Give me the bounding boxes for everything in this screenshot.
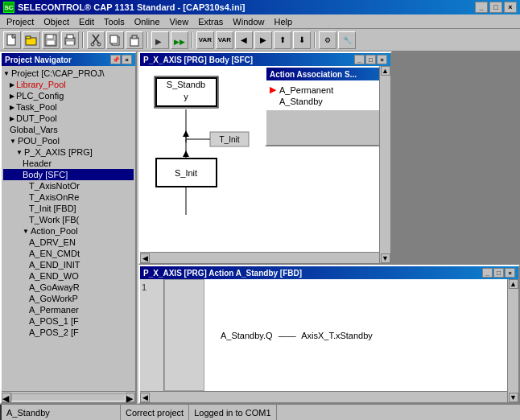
toolbar-run[interactable]: ▶▶ [171,31,188,49]
fbd-window: P_X_AXIS [PRG] Action A_Standby [FBD] _ … [138,265,520,404]
close-button[interactable]: × [504,2,517,13]
tree-a-drv-en[interactable]: A_DRV_EN [3,237,134,248]
tree-p-x-axis[interactable]: ▼ P_X_AXIS [PRG] [3,146,134,158]
fbd-scroll-down[interactable]: ▼ [509,393,518,402]
tree-dut-pool[interactable]: ▶ DUT_Pool [3,113,134,124]
project-navigator: Project Navigator 📌 × ▼ Project [C:\CAP_… [0,51,137,404]
tree-item-label: Body [SFC] [23,170,68,179]
tree-t-axis-on[interactable]: T_AxisOnRe [3,191,134,203]
toolbar-extra-1[interactable]: ⚙ [319,31,336,49]
tree-t-axis-not[interactable]: T_AxisNotOr [3,180,134,191]
sfc-h-scrollbar[interactable]: ◀ ▶ [140,252,390,263]
toolbar-btn-vars[interactable]: VAR [196,31,214,49]
tree-a-permanent[interactable]: A_Permaner [3,304,134,315]
tree-item-label: Global_Vars [10,125,58,134]
tree-a-gowork[interactable]: A_GoWorkP [3,293,134,304]
tree-library-pool[interactable]: ▶ Library_Pool [3,79,134,90]
tree-a-pos-1[interactable]: A_POS_1 [F [3,315,134,327]
tree-plc-config[interactable]: ▶ PLC_Config [3,90,134,101]
fbd-scroll-up[interactable]: ▲ [509,279,518,289]
scroll-right-btn[interactable]: ▶ [126,393,135,402]
tree-header[interactable]: Header [3,158,134,169]
menu-edit[interactable]: Edit [74,15,99,28]
sfc-maximize[interactable]: □ [365,55,376,64]
menu-window[interactable]: Window [228,15,269,28]
tree-global-vars[interactable]: Global_Vars [3,124,134,135]
menu-online[interactable]: Online [130,15,165,28]
fbd-h-scrollbar[interactable]: ◀ ▶ [140,391,518,402]
tree-project[interactable]: ▼ Project [C:\CAP_PROJ\ [3,68,134,79]
toolbar-extra-2[interactable]: 🔧 [338,31,356,49]
toolbar-print[interactable] [61,31,79,49]
tree-pou-pool[interactable]: ▼ POU_Pool [3,135,134,146]
nav-close-button[interactable]: × [122,55,132,64]
toolbar-paste[interactable] [126,31,143,49]
sfc-scroll-down[interactable]: ▼ [381,253,390,263]
fbd-close[interactable]: × [505,268,515,278]
toolbar-nav-prev[interactable]: ◀ [235,31,253,49]
toolbar-new[interactable] [3,31,21,49]
fbd-scroll-left[interactable]: ◀ [140,393,150,402]
tree-item-label: A_Permaner [29,305,79,315]
sfc-scroll-up[interactable]: ▲ [381,66,390,76]
expand-arrow: ▼ [16,149,23,156]
maximize-button[interactable]: □ [489,2,502,13]
action-title-bar: Action Association S... _ □ × [266,68,390,80]
sfc-controls: _ □ × [354,55,387,64]
tree-content[interactable]: ▼ Project [C:\CAP_PROJ\ ▶ Library_Pool ▶… [2,66,135,391]
tree-item-label: DUT_Pool [16,113,57,123]
nav-pin-button[interactable]: 📌 [110,55,121,64]
tree-a-end-wo[interactable]: A_END_WO [3,270,134,282]
tree-t-init[interactable]: T_Init [FBD] [3,203,134,214]
fbd-title-bar: P_X_AXIS [PRG] Action A_Standby [FBD] _ … [140,266,518,279]
tree-a-goaway[interactable]: A_GoAwayR [3,282,134,293]
sfc-minimize[interactable]: _ [354,55,365,64]
nav-h-scrollbar[interactable]: ◀ ▶ [2,391,135,402]
minimize-button[interactable]: _ [475,2,488,13]
sfc-v-scrollbar[interactable]: ▲ ▼ [379,66,390,263]
tree-t-work[interactable]: T_Work [FB( [3,214,134,225]
menu-view[interactable]: View [165,15,194,28]
fbd-canvas[interactable]: 1 A_Standby.Q —— AxisX_T.xStandby [140,279,518,391]
menu-project[interactable]: Project [2,15,39,28]
toolbar-open[interactable] [23,31,40,49]
step-s-init-label: S_Init [175,168,197,178]
menu-help[interactable]: Help [269,15,297,28]
tree-item-label: Action_Pool [31,226,78,236]
toolbar-btn-varo[interactable]: VAR [216,31,233,49]
scroll-track[interactable] [11,393,126,401]
toolbar-copy[interactable] [106,31,124,49]
sfc-close[interactable]: × [377,55,387,64]
menu-bar: Project Object Edit Tools Online View Ex… [0,14,520,29]
toolbar-nav-next[interactable]: ▶ [254,31,272,49]
tree-body-sfc[interactable]: Body [SFC] [3,169,134,180]
toolbar-up[interactable]: ⬆ [274,31,291,49]
toolbar-compile[interactable]: ▶ [151,31,169,49]
right-area: P_X_AXIS [PRG] Body [SFC] _ □ × S_Standb… [138,51,520,404]
tree-item-label: A_END_WO [29,271,79,281]
fbd-v-scrollbar[interactable]: ▲ ▼ [507,279,518,402]
status-standby: A_Standby [0,405,121,420]
fbd-maximize[interactable]: □ [493,268,504,278]
fbd-minimize[interactable]: _ [482,268,493,278]
expand-arrow: ▶ [10,115,14,122]
tree-task-pool[interactable]: ▶ Task_Pool [3,101,134,113]
sfc-canvas[interactable]: S_Standb y T_Init [140,66,390,252]
toolbar-cut[interactable] [87,31,105,49]
expand-arrow: ▼ [10,138,16,145]
tree-a-end-init[interactable]: A_END_INIT [3,259,134,270]
scroll-left-btn[interactable]: ◀ [2,393,11,402]
tree-item-label: A_GoWorkP [29,294,78,303]
tree-action-pool[interactable]: ▼ Action_Pool [3,225,134,237]
fbd-line-numbers: 1 [140,279,164,391]
toolbar-down[interactable]: ⬇ [293,31,311,49]
tree-item-label: POU_Pool [18,136,60,146]
menu-extras[interactable]: Extras [193,15,228,28]
toolbar-save[interactable] [42,31,60,49]
menu-object[interactable]: Object [39,15,74,28]
menu-tools[interactable]: Tools [99,15,130,28]
sfc-scroll-left[interactable]: ◀ [140,253,150,263]
toolbar: ▶ ▶▶ VAR VAR ◀ ▶ ⬆ ⬇ ⚙ 🔧 [0,29,520,51]
tree-a-en-cmd[interactable]: A_EN_CMDt [3,248,134,259]
tree-a-pos-2[interactable]: A_POS_2 [F [3,327,134,338]
